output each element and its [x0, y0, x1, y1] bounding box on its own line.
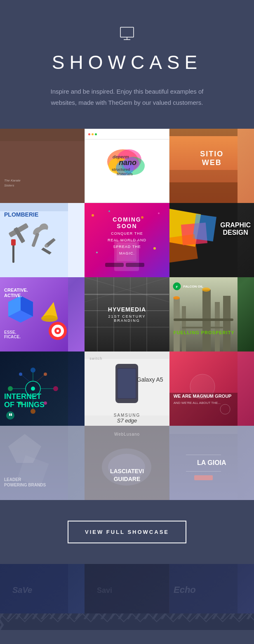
svg-point-87: [31, 368, 35, 373]
svg-rect-22: [169, 182, 238, 203]
svg-point-8: [19, 145, 31, 170]
list-item[interactable]: deperm nano structured Materials: [85, 129, 170, 203]
svg-rect-76: [174, 318, 233, 321]
svg-text:Materials: Materials: [117, 172, 133, 176]
svg-text:SaVe: SaVe: [12, 585, 32, 594]
svg-point-57: [56, 330, 59, 332]
svg-rect-104: [118, 369, 136, 398]
grid-row-5: LEADERPOWERING BRANDS WebLu: [0, 426, 254, 500]
svg-rect-25: [0, 203, 68, 211]
svg-point-82: [31, 387, 35, 391]
thumb-5-title: COMING SOONconquer the real world and sp…: [106, 216, 148, 256]
list-item[interactable]: SITIO WEB: [169, 129, 254, 203]
thumb-9-tagline: FUELLING PROSPERITY: [174, 330, 235, 335]
presentation-icon: [16, 25, 238, 43]
thumb-12-title: WE ARE MAGNUM GROUPAND WE'RE ALL ABOUT T…: [174, 393, 232, 405]
svg-rect-41: [105, 263, 124, 267]
svg-rect-70: [182, 306, 186, 351]
svg-point-53: [41, 315, 58, 322]
svg-rect-77: [182, 327, 223, 328]
svg-rect-30: [11, 239, 16, 245]
svg-rect-98: [9, 413, 10, 416]
thumb-6-title: GRAPHICDESIGN: [220, 222, 251, 236]
list-item[interactable]: WebLusano LASCIATEVIGUIDARE: [85, 426, 169, 500]
bottom-cell-2: Savi: [85, 564, 169, 613]
thumb-11-nav-brand: switch: [89, 356, 102, 361]
svg-point-89: [8, 386, 13, 391]
bottom-fade-row: SaVe Savi Echo: [0, 564, 254, 613]
svg-text:structured: structured: [112, 167, 130, 172]
svg-point-5: [8, 147, 25, 176]
grid-row-4: INTERNETOF THINGS Galaxy A5 SAM: [0, 351, 254, 426]
thumb-11-brand: SAMSUNG: [114, 413, 141, 418]
list-item[interactable]: PLOMBERIE: [0, 203, 85, 277]
zigzag-decoration: [0, 613, 254, 630]
svg-point-7: [40, 149, 59, 176]
grid-row-1: The Karate Sisters: [0, 129, 254, 203]
view-full-showcase-button[interactable]: VIEW FULL SHOWCASE: [68, 521, 186, 543]
svg-rect-62: [97, 277, 98, 351]
svg-point-31: [45, 244, 48, 248]
thumb-7-subtitle: ESSE.FICACE.: [4, 330, 21, 339]
svg-rect-120: [194, 475, 213, 480]
svg-point-33: [92, 214, 94, 217]
list-item[interactable]: F FALCON OIL FUELLING PROSPERITY: [169, 277, 254, 351]
list-item[interactable]: CREATIVE.ACTIVE. ESSE.FICACE.: [0, 277, 85, 351]
svg-point-74: [173, 296, 180, 300]
page-title: SHOWCASE: [16, 51, 238, 73]
svg-point-34: [108, 210, 110, 212]
svg-point-36: [158, 212, 160, 214]
svg-rect-42: [126, 263, 144, 267]
svg-rect-117: [169, 426, 238, 434]
thumb-3-title: SITIO WEB: [191, 150, 233, 167]
svg-point-90: [31, 409, 35, 414]
thumb-14-brand: WebLusano: [114, 432, 140, 436]
thumb-1-text: The Karate: [4, 179, 21, 182]
svg-point-88: [53, 386, 58, 391]
thumb-4-title: PLOMBERIE: [4, 211, 38, 218]
thumb-8-subtitle: 21ST CENTURY BRANDING: [106, 314, 148, 323]
svg-rect-3: [0, 129, 68, 203]
svg-rect-73: [223, 296, 230, 351]
svg-text:nano: nano: [119, 158, 136, 167]
svg-rect-47: [169, 234, 198, 262]
thumb-13-title: LEADERPOWERING BRANDS: [4, 477, 46, 488]
bottom-cell-3: Echo: [169, 564, 254, 613]
svg-rect-121: [0, 564, 68, 613]
thumb-11-title: Galaxy A5: [137, 376, 163, 383]
svg-text:Savi: Savi: [97, 586, 112, 594]
svg-point-37: [96, 252, 98, 253]
svg-rect-118: [186, 455, 221, 455]
cta-section: VIEW FULL SHOWCASE: [0, 500, 254, 564]
list-item[interactable]: LA GIOIA: [169, 426, 254, 500]
svg-rect-46: [193, 214, 216, 241]
hero-section: SHOWCASE Inspire and be inspired. Enjoy …: [0, 0, 254, 129]
hero-description: Inspire and be inspired. Enjoy this beau…: [49, 86, 205, 108]
svg-rect-69: [174, 298, 180, 351]
bottom-cell-1: SaVe: [0, 564, 85, 613]
list-item[interactable]: GRAPHICDESIGN: [169, 203, 254, 277]
list-item[interactable]: HYVEMEDIA 21ST CENTURY BRANDING: [85, 277, 169, 351]
list-item[interactable]: INTERNETOF THINGS: [0, 351, 85, 426]
svg-rect-119: [186, 471, 221, 472]
thumb-1-subtitle: Sisters: [4, 184, 14, 187]
svg-text:Echo: Echo: [174, 585, 196, 595]
svg-rect-9: [0, 186, 68, 203]
svg-rect-0: [120, 27, 134, 37]
svg-rect-23: [169, 129, 238, 136]
grid-row-3: CREATIVE.ACTIVE. ESSE.FICACE.: [0, 277, 254, 351]
list-item[interactable]: WE ARE MAGNUM GROUPAND WE'RE ALL ABOUT T…: [169, 351, 254, 426]
svg-rect-99: [11, 413, 12, 416]
svg-point-38: [153, 247, 156, 250]
grid-row-2: PLOMBERIE: [0, 203, 254, 277]
list-item[interactable]: The Karate Sisters: [0, 129, 85, 203]
list-item[interactable]: COMING SOONconquer the real world and sp…: [85, 203, 169, 277]
list-item[interactable]: Galaxy A5 SAMSUNG S7 edge switch: [85, 351, 169, 426]
thumb-11-model: S7 edge: [117, 418, 137, 424]
thumb-9-logo: F FALCON OIL: [173, 282, 203, 290]
thumb-7-title: CREATIVE.ACTIVE.: [4, 288, 28, 298]
list-item[interactable]: LEADERPOWERING BRANDS: [0, 426, 85, 500]
svg-text:F: F: [176, 285, 178, 289]
thumb-15-title: LA GIOIA: [197, 459, 226, 467]
thumb-14-title: LASCIATEVIGUIDARE: [110, 467, 144, 484]
